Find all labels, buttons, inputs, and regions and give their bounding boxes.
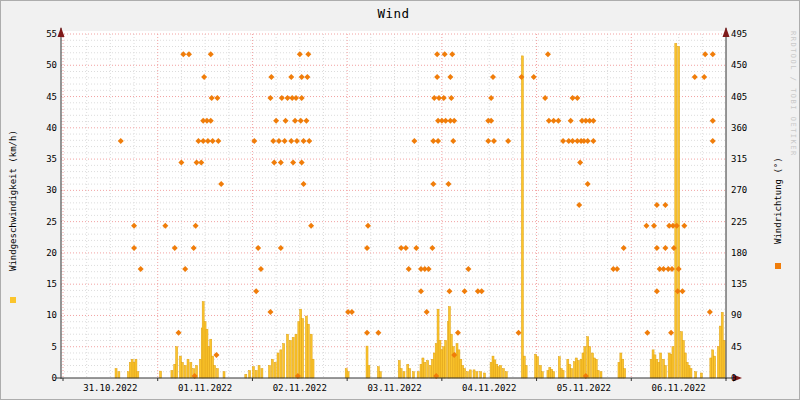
svg-text:01.11.2022: 01.11.2022 bbox=[178, 383, 232, 393]
svg-text:450: 450 bbox=[731, 60, 747, 70]
chart-canvas: 0510152025303540455055045901351802252703… bbox=[1, 1, 800, 400]
svg-text:0: 0 bbox=[731, 373, 736, 383]
svg-text:50: 50 bbox=[46, 60, 57, 70]
svg-text:04.11.2022: 04.11.2022 bbox=[462, 383, 516, 393]
svg-text:03.11.2022: 03.11.2022 bbox=[367, 383, 421, 393]
svg-text:180: 180 bbox=[731, 248, 747, 258]
svg-text:40: 40 bbox=[46, 123, 57, 133]
left-axis-label: Windgeschwindigkeit (km/h) bbox=[8, 130, 18, 271]
svg-text:06.11.2022: 06.11.2022 bbox=[652, 383, 706, 393]
svg-text:315: 315 bbox=[731, 154, 747, 164]
svg-text:5: 5 bbox=[52, 342, 57, 352]
right-axis-label: Windrichtung (°) bbox=[773, 157, 783, 244]
svg-text:15: 15 bbox=[46, 279, 57, 289]
svg-text:90: 90 bbox=[731, 310, 742, 320]
svg-text:31.10.2022: 31.10.2022 bbox=[83, 383, 137, 393]
svg-text:45: 45 bbox=[731, 342, 742, 352]
svg-text:30: 30 bbox=[46, 185, 57, 195]
chart-title: Wind bbox=[61, 6, 726, 21]
svg-text:135: 135 bbox=[731, 279, 747, 289]
svg-text:35: 35 bbox=[46, 154, 57, 164]
svg-text:55: 55 bbox=[46, 29, 57, 39]
rrdtool-watermark: RRDTOOL / TOBI OETIKER bbox=[789, 31, 797, 157]
svg-text:270: 270 bbox=[731, 185, 747, 195]
svg-text:25: 25 bbox=[46, 217, 57, 227]
svg-text:02.11.2022: 02.11.2022 bbox=[273, 383, 327, 393]
svg-text:20: 20 bbox=[46, 248, 57, 258]
svg-text:45: 45 bbox=[46, 92, 57, 102]
svg-text:405: 405 bbox=[731, 92, 747, 102]
wind-direction-legend-swatch bbox=[775, 263, 781, 269]
svg-text:10: 10 bbox=[46, 310, 57, 320]
svg-text:05.11.2022: 05.11.2022 bbox=[557, 383, 611, 393]
svg-text:0: 0 bbox=[52, 373, 57, 383]
rrdtool-wind-graph: 0510152025303540455055045901351802252703… bbox=[0, 0, 800, 400]
wind-speed-legend-swatch bbox=[10, 297, 16, 303]
svg-text:225: 225 bbox=[731, 217, 747, 227]
svg-text:495: 495 bbox=[731, 29, 747, 39]
svg-text:360: 360 bbox=[731, 123, 747, 133]
